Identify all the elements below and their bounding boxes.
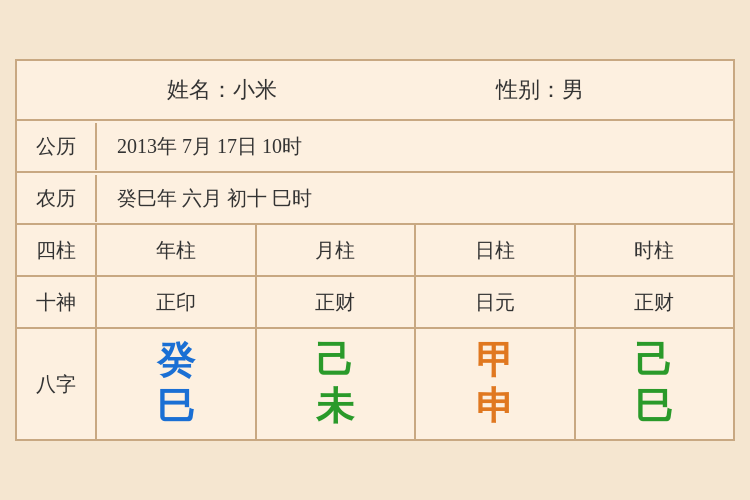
bazhi-year: 癸 巳 (97, 329, 257, 439)
bazhi-day-top: 甲 (476, 340, 514, 382)
lunar-label: 农历 (17, 175, 97, 222)
shishen-year: 正印 (97, 277, 257, 327)
header-row: 姓名：小米 性别：男 (17, 61, 733, 121)
gregorian-label: 公历 (17, 123, 97, 170)
gregorian-row: 公历 2013年 7月 17日 10时 (17, 121, 733, 173)
bazhi-year-bottom: 巳 (157, 386, 195, 428)
lunar-row: 农历 癸巳年 六月 初十 巳时 (17, 173, 733, 225)
shishen-row: 十神 正印 正财 日元 正财 (17, 277, 733, 329)
bazhi-hour: 己 巳 (576, 329, 734, 439)
columns-header-row: 四柱 年柱 月柱 日柱 时柱 (17, 225, 733, 277)
col-year: 年柱 (97, 225, 257, 275)
bazhi-day-bottom: 申 (476, 386, 514, 428)
name-label: 姓名：小米 (167, 75, 277, 105)
gregorian-value: 2013年 7月 17日 10时 (97, 123, 733, 170)
shishen-day: 日元 (416, 277, 576, 327)
columns-label: 四柱 (17, 225, 97, 275)
main-container: 姓名：小米 性别：男 公历 2013年 7月 17日 10时 农历 癸巳年 六月… (15, 59, 735, 441)
lunar-value: 癸巳年 六月 初十 巳时 (97, 175, 733, 222)
bazhi-hour-bottom: 巳 (635, 386, 673, 428)
shishen-month: 正财 (257, 277, 417, 327)
bazhi-day: 甲 申 (416, 329, 576, 439)
shishen-hour: 正财 (576, 277, 734, 327)
col-day: 日柱 (416, 225, 576, 275)
gender-label: 性别：男 (496, 75, 584, 105)
bazhi-year-top: 癸 (157, 340, 195, 382)
bazhi-month-bottom: 未 (316, 386, 354, 428)
col-hour: 时柱 (576, 225, 734, 275)
bazhi-hour-top: 己 (635, 340, 673, 382)
shishen-label: 十神 (17, 277, 97, 327)
bazhi-month: 己 未 (257, 329, 417, 439)
bazhi-month-top: 己 (316, 340, 354, 382)
bazhi-label: 八字 (17, 329, 97, 439)
col-month: 月柱 (257, 225, 417, 275)
bazhi-row: 八字 癸 巳 己 未 甲 申 己 巳 (17, 329, 733, 439)
